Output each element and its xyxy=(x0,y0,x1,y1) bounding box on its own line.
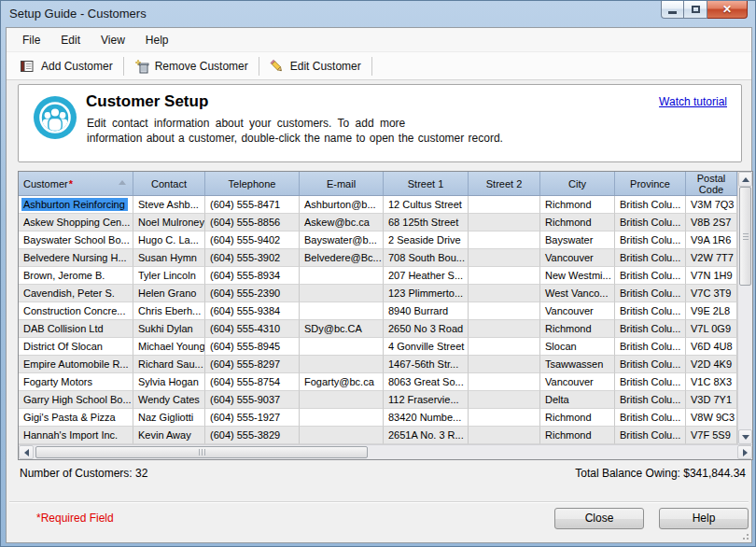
table-cell[interactable]: (604) 555-3902 xyxy=(205,249,300,267)
table-cell[interactable]: Bayswater xyxy=(540,231,615,249)
table-row[interactable]: Garry High School Bo...Wendy Cates(604) … xyxy=(19,391,737,409)
table-row[interactable]: Brown, Jerome B.Tyler Lincoln(604) 555-8… xyxy=(19,267,737,285)
table-cell[interactable]: 83420 Numbe... xyxy=(384,409,469,427)
table-cell[interactable]: Bayswater School Bo... xyxy=(19,231,133,249)
menu-file[interactable]: File xyxy=(12,29,50,51)
table-row[interactable]: Bayswater School Bo...Hugo C. La...(604)… xyxy=(19,231,737,249)
table-cell[interactable]: V7C 3T9 xyxy=(686,285,737,302)
table-cell[interactable]: British Colu... xyxy=(615,320,686,338)
column-header-contact[interactable]: Contact xyxy=(133,172,205,195)
table-cell[interactable]: Richard Sau... xyxy=(133,356,205,373)
table-cell[interactable]: (604) 555-4310 xyxy=(205,320,300,338)
table-cell[interactable]: Michael Young xyxy=(133,338,205,356)
edit-customer-button[interactable]: Edit Customer xyxy=(263,56,368,77)
add-customer-button[interactable]: Add Customer xyxy=(13,56,119,77)
table-cell[interactable]: 207 Heather S... xyxy=(384,267,469,285)
table-row[interactable]: Askew Shopping Cen...Noel Mulroney(604) … xyxy=(19,214,737,231)
table-cell[interactable] xyxy=(469,320,540,338)
vertical-scrollbar[interactable] xyxy=(737,172,752,444)
table-cell[interactable]: (604) 555-9384 xyxy=(205,302,300,320)
table-cell[interactable]: Belvedere Nursing H... xyxy=(19,249,133,267)
table-cell[interactable]: 2651A No. 3 R... xyxy=(384,427,469,444)
table-cell[interactable]: SDy@bc.CA xyxy=(300,320,384,338)
table-cell[interactable] xyxy=(469,373,540,391)
table-cell[interactable] xyxy=(300,267,384,285)
table-cell[interactable]: 12 Cultus Street xyxy=(384,196,469,214)
table-row[interactable]: Ashburton ReinforcingSteve Ashb...(604) … xyxy=(19,196,737,214)
table-cell[interactable] xyxy=(300,356,384,373)
table-cell[interactable] xyxy=(469,356,540,373)
table-cell[interactable] xyxy=(469,214,540,231)
table-cell[interactable]: 4 Gonville Street xyxy=(384,338,469,356)
table-cell[interactable]: (604) 555-8297 xyxy=(205,356,300,373)
table-cell[interactable]: 68 125th Street xyxy=(384,214,469,231)
table-cell[interactable] xyxy=(469,409,540,427)
table-cell[interactable]: (604) 555-9402 xyxy=(205,231,300,249)
maximize-button[interactable] xyxy=(684,1,707,19)
table-cell[interactable] xyxy=(469,231,540,249)
scroll-down-button[interactable] xyxy=(738,429,752,444)
table-cell[interactable]: Tsawwassen xyxy=(540,356,615,373)
table-cell[interactable]: V7F 5S9 xyxy=(686,427,737,444)
table-cell[interactable]: British Colu... xyxy=(615,373,686,391)
table-cell[interactable]: Noel Mulroney xyxy=(133,214,205,231)
table-cell[interactable] xyxy=(469,427,540,444)
table-cell[interactable]: V6D 4U8 xyxy=(686,338,737,356)
table-cell[interactable]: Fogarty@bc.ca xyxy=(300,373,384,391)
table-cell[interactable]: V3M 7Q3 xyxy=(686,196,737,214)
menu-edit[interactable]: Edit xyxy=(50,29,91,51)
table-cell[interactable]: 112 Fraservie... xyxy=(384,391,469,409)
table-cell[interactable]: Askew@bc.ca xyxy=(300,214,384,231)
table-cell[interactable]: V7L 0G9 xyxy=(686,320,737,338)
table-cell[interactable] xyxy=(469,391,540,409)
table-cell[interactable]: Askew Shopping Cen... xyxy=(19,214,133,231)
table-cell[interactable]: (604) 555-8754 xyxy=(205,373,300,391)
horizontal-scrollbar[interactable] xyxy=(19,444,752,459)
table-cell[interactable]: West Vanco... xyxy=(540,285,615,302)
close-button[interactable]: Close xyxy=(554,508,644,529)
column-header-city[interactable]: City xyxy=(540,172,615,195)
table-cell[interactable]: Tyler Lincoln xyxy=(133,267,205,285)
table-cell[interactable]: Helen Grano xyxy=(133,285,205,302)
table-cell[interactable]: DAB Collision Ltd xyxy=(19,320,133,338)
table-cell[interactable]: British Colu... xyxy=(615,214,686,231)
menu-help[interactable]: Help xyxy=(135,29,179,51)
table-row[interactable]: Cavendish, Peter S.Helen Grano(604) 555-… xyxy=(19,285,737,302)
table-cell[interactable]: District Of Slocan xyxy=(19,338,133,356)
table-cell[interactable]: Hugo C. La... xyxy=(133,231,205,249)
table-cell[interactable]: Garry High School Bo... xyxy=(19,391,133,409)
table-cell[interactable] xyxy=(300,302,384,320)
table-cell[interactable]: British Colu... xyxy=(615,285,686,302)
table-cell[interactable]: V9A 1R6 xyxy=(686,231,737,249)
minimize-button[interactable] xyxy=(661,1,684,19)
table-cell[interactable]: (604) 555-8934 xyxy=(205,267,300,285)
table-cell[interactable]: British Colu... xyxy=(615,356,686,373)
watch-tutorial-link[interactable]: Watch tutorial xyxy=(659,95,727,108)
table-cell[interactable]: Kevin Away xyxy=(133,427,205,444)
table-cell[interactable]: British Colu... xyxy=(615,196,686,214)
table-cell[interactable] xyxy=(300,409,384,427)
table-cell[interactable]: 123 Plimmerto... xyxy=(384,285,469,302)
table-cell[interactable]: Richmond xyxy=(540,320,615,338)
horizontal-scrollbar-thumb[interactable] xyxy=(35,446,368,458)
menu-view[interactable]: View xyxy=(91,29,135,51)
table-cell[interactable]: Gigi's Pasta & Pizza xyxy=(19,409,133,427)
table-cell[interactable]: (604) 555-9037 xyxy=(205,391,300,409)
column-header-street-2[interactable]: Street 2 xyxy=(469,172,540,195)
scroll-up-button[interactable] xyxy=(738,172,752,187)
table-cell[interactable]: British Colu... xyxy=(615,427,686,444)
table-cell[interactable]: Delta xyxy=(540,391,615,409)
table-cell[interactable]: Hannah's Import Inc. xyxy=(19,427,133,444)
column-header-e-mail[interactable]: E-mail xyxy=(300,172,384,195)
table-cell[interactable]: 8063 Great So... xyxy=(384,373,469,391)
table-cell[interactable] xyxy=(469,267,540,285)
table-cell[interactable]: (604) 555-8471 xyxy=(205,196,300,214)
table-cell[interactable]: V7N 1H9 xyxy=(686,267,737,285)
table-cell[interactable] xyxy=(469,338,540,356)
table-cell[interactable] xyxy=(300,285,384,302)
column-header-postal-code[interactable]: Postal Code xyxy=(686,172,737,195)
table-cell[interactable]: (604) 555-2390 xyxy=(205,285,300,302)
scroll-left-button[interactable] xyxy=(19,445,34,459)
close-window-button[interactable]: ✕ xyxy=(707,1,748,19)
table-cell[interactable]: Vancouver xyxy=(540,302,615,320)
